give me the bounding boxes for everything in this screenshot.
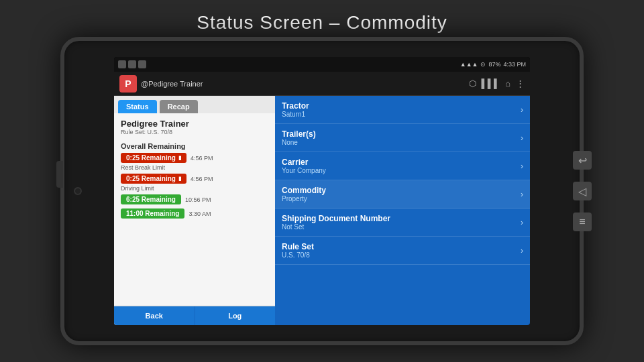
chevron-commodity-icon: › xyxy=(521,190,523,199)
gauge-label-2: 0:25 Remaining xyxy=(126,175,176,182)
more-icon[interactable]: ⋮ xyxy=(516,78,525,88)
gauge-row-3: 6:25 Remaining 10:56 PM xyxy=(114,193,275,206)
list-item-ruleset-sub: U.S. 70/8 xyxy=(282,251,314,259)
list-item-tractor-title: Tractor xyxy=(282,101,309,111)
gauge-bar-4: 11:00 Remaining xyxy=(121,208,184,219)
back-button[interactable]: Back xyxy=(114,306,195,325)
driver-rule-set: Rule Set: U.S. 70/8 xyxy=(121,129,268,135)
list-item-carrier[interactable]: Carrier Your Company › xyxy=(275,152,530,180)
list-item-tractor[interactable]: Tractor Saturn1 › xyxy=(275,96,530,124)
list-item-ruleset[interactable]: Rule Set U.S. 70/8 › xyxy=(275,237,530,265)
list-item-trailers-sub: None xyxy=(282,139,316,146)
notification-icon-3 xyxy=(138,60,146,68)
gauge-bar-1: 0:25 Remaining ▮ xyxy=(121,153,186,163)
battery-level: 87% xyxy=(488,61,500,68)
gauge-label-4: 11:00 Remaining xyxy=(126,210,179,217)
gauge-time-1: 4:56 PM xyxy=(191,155,213,162)
gauge-time-4: 3:30 AM xyxy=(189,210,211,217)
app-logo: P xyxy=(119,75,137,93)
gauge-label-3: 6:25 Remaining xyxy=(126,196,176,203)
gauge-indicator-1: ▮ xyxy=(178,155,181,161)
rest-break-label: Rest Break Limit xyxy=(114,164,275,172)
chevron-trailers-icon: › xyxy=(521,133,523,143)
list-item-ruleset-title: Rule Set xyxy=(282,242,314,251)
gauge-indicator-2: ▮ xyxy=(178,176,181,182)
tab-status[interactable]: Status xyxy=(118,100,157,113)
list-item-trailers[interactable]: Trailer(s) None › xyxy=(275,124,530,152)
left-panel: Status Recap Pedigree Trainer Rule Set: … xyxy=(114,96,275,325)
side-buttons: ↩ ◁ ≡ xyxy=(573,151,592,231)
app-header: P @Pedigree Trainer ⬡ ▌▌▌ ⌂ ⋮ xyxy=(114,72,530,96)
screen: ▲▲▲ ⊙ 87% 4:33 PM P @Pedigree Trainer ⬡ … xyxy=(114,57,530,325)
gauge-bar-3: 6:25 Remaining xyxy=(121,194,181,204)
driver-name: Pedigree Trainer xyxy=(121,119,268,129)
signal-icon: ▲▲▲ xyxy=(460,61,478,68)
gauge-label-1: 0:25 Remaining xyxy=(126,154,176,162)
status-bar: ▲▲▲ ⊙ 87% 4:33 PM xyxy=(114,57,530,72)
list-item-trailers-title: Trailer(s) xyxy=(282,129,316,139)
gauge-row-2: 0:25 Remaining ▮ 4:56 PM xyxy=(114,172,275,185)
gauge-time-2: 4:56 PM xyxy=(191,176,213,182)
main-content: Status Recap Pedigree Trainer Rule Set: … xyxy=(114,96,530,325)
right-panel: Tractor Saturn1 › Trailer(s) None › xyxy=(275,96,530,325)
gauge-bar-2: 0:25 Remaining ▮ xyxy=(121,174,186,184)
gauge-row-4: 11:00 Remaining 3:30 AM xyxy=(114,207,275,220)
list-item-commodity-sub: Property xyxy=(282,195,326,202)
gauge-row-1: 0:25 Remaining ▮ 4:56 PM xyxy=(114,152,275,164)
wifi-icon: ⊙ xyxy=(480,61,486,68)
signal-bars-icon: ▌▌▌ xyxy=(482,78,500,88)
home-nav-icon[interactable]: ◁ xyxy=(573,182,592,200)
on-duty-label: Driving Limit xyxy=(114,185,275,193)
bottom-buttons: Back Log xyxy=(114,306,275,325)
list-item-shipping[interactable]: Shipping Document Number Not Set › xyxy=(275,208,530,237)
list-item-shipping-sub: Not Set xyxy=(282,223,390,231)
camera xyxy=(74,187,82,195)
page-title: Status Screen – Commodity xyxy=(0,12,644,34)
chevron-tractor-icon: › xyxy=(521,105,523,115)
back-nav-icon[interactable]: ↩ xyxy=(573,151,592,170)
tab-bar: Status Recap xyxy=(114,96,275,113)
chevron-shipping-icon: › xyxy=(521,218,523,227)
left-side-bump xyxy=(56,161,63,188)
overall-section-title: Overall Remaining xyxy=(114,138,275,152)
clock: 4:33 PM xyxy=(503,61,526,68)
gauge-time-3: 10:56 PM xyxy=(185,196,211,203)
tab-recap[interactable]: Recap xyxy=(160,100,198,113)
driver-info: Pedigree Trainer Rule Set: U.S. 70/8 xyxy=(114,113,275,138)
app-name: @Pedigree Trainer xyxy=(141,80,203,88)
chevron-ruleset-icon: › xyxy=(521,246,523,255)
home-icon[interactable]: ⌂ xyxy=(505,78,511,88)
list-item-commodity[interactable]: Commodity Property › ← xyxy=(275,180,530,208)
notification-icon-1 xyxy=(118,60,126,68)
menu-nav-icon[interactable]: ≡ xyxy=(573,213,592,231)
list-item-carrier-title: Carrier xyxy=(282,158,326,167)
list-item-tractor-sub: Saturn1 xyxy=(282,111,309,118)
tablet-device: ↩ ◁ ≡ ▲▲▲ ⊙ 87% 4:33 PM P @Pedigree Trai… xyxy=(60,37,584,345)
chevron-carrier-icon: › xyxy=(521,162,523,171)
notification-icon-2 xyxy=(128,60,136,68)
log-button[interactable]: Log xyxy=(195,306,276,325)
list-item-carrier-sub: Your Company xyxy=(282,167,326,174)
list-item-commodity-title: Commodity xyxy=(282,186,326,195)
list-item-shipping-title: Shipping Document Number xyxy=(282,214,390,223)
bluetooth-icon: ⬡ xyxy=(469,78,476,88)
